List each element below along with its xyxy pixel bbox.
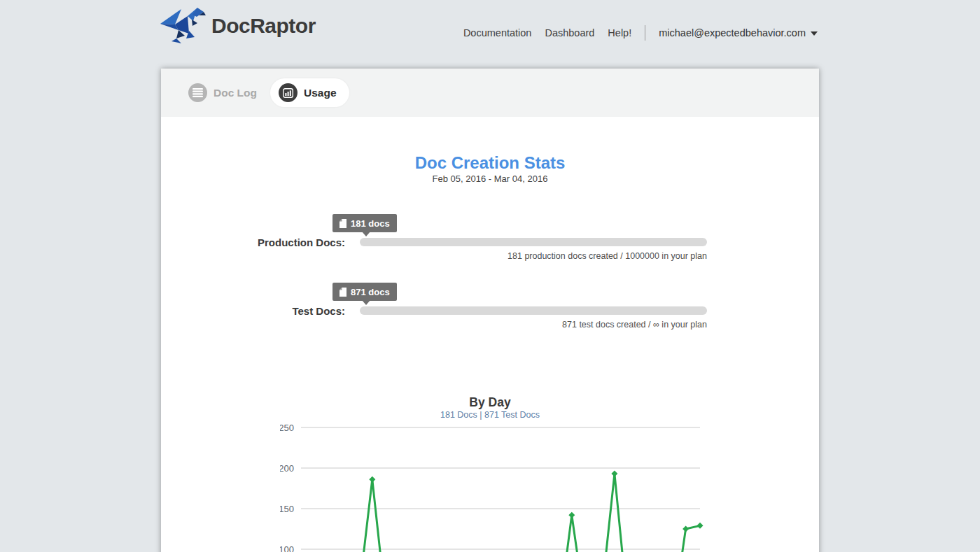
by-day-chart-container: 250200150100: [280, 418, 714, 552]
by-day-chart: 250200150100: [280, 418, 714, 552]
account-email: michael@expectedbehavior.com: [659, 27, 806, 38]
svg-text:100: 100: [280, 544, 294, 552]
production-docs-caption: 181 production docs created / 1000000 in…: [507, 251, 707, 261]
nav-help[interactable]: Help!: [608, 27, 631, 38]
production-docs-progress-bar: [360, 238, 707, 246]
tab-usage-label: Usage: [304, 87, 337, 99]
header: DocRaptor Documentation Dashboard Help! …: [0, 0, 980, 69]
brand[interactable]: DocRaptor: [160, 7, 316, 45]
bar-chart-icon: [279, 83, 298, 102]
docraptor-logo-icon: [160, 7, 206, 45]
production-docs-badge: 181 docs: [332, 214, 397, 232]
test-docs-label: Test Docs:: [292, 305, 345, 317]
tab-bar: Doc Log Usage: [161, 69, 819, 117]
test-docs-progress-bar: [360, 306, 707, 315]
date-range: Feb 05, 2016 - Mar 04, 2016: [161, 174, 819, 184]
production-docs-badge-label: 181 docs: [351, 218, 390, 229]
nav-dashboard[interactable]: Dashboard: [545, 27, 594, 38]
test-docs-badge-label: 871 docs: [351, 287, 390, 297]
account-menu[interactable]: michael@expectedbehavior.com: [659, 27, 818, 38]
tab-doc-log-label: Doc Log: [214, 87, 257, 99]
test-docs-caption: 871 test docs created / ∞ in your plan: [562, 320, 707, 330]
tab-usage[interactable]: Usage: [270, 78, 349, 107]
test-docs-badge: 871 docs: [332, 283, 397, 301]
nav-separator: [645, 25, 645, 41]
doc-icon: [340, 288, 346, 297]
top-nav: Documentation Dashboard Help! michael@ex…: [463, 25, 818, 41]
brand-name: DocRaptor: [211, 14, 316, 38]
chart-title: By Day: [161, 395, 819, 410]
production-docs-label: Production Docs:: [258, 236, 345, 248]
list-icon: [188, 83, 207, 102]
svg-text:200: 200: [280, 463, 294, 474]
nav-documentation[interactable]: Documentation: [463, 27, 532, 38]
production-badge-pointer: [362, 232, 370, 236]
caret-down-icon: [811, 31, 818, 36]
tab-doc-log[interactable]: Doc Log: [188, 83, 257, 102]
svg-text:150: 150: [280, 504, 294, 514]
page-title: Doc Creation Stats: [161, 153, 819, 173]
content-panel: Doc Log Usage Doc Creation Stats Feb 05,…: [161, 69, 819, 552]
doc-icon: [340, 219, 346, 228]
svg-text:250: 250: [280, 423, 294, 433]
test-badge-pointer: [362, 300, 370, 305]
page: DocRaptor Documentation Dashboard Help! …: [0, 0, 980, 552]
